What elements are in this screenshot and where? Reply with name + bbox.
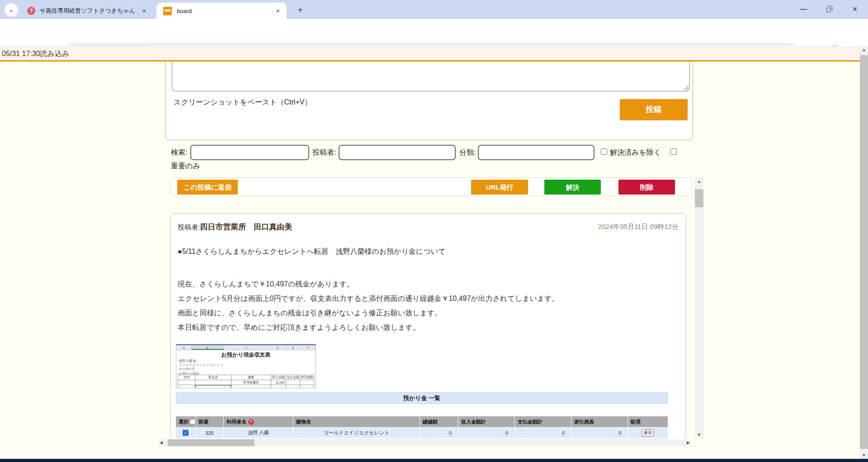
restore-button[interactable] [821, 4, 836, 15]
board-favicon-icon [163, 7, 172, 15]
search-label: 検索: [171, 148, 187, 157]
excel-column-letters: A B C D E F [176, 345, 316, 350]
list-header: 支払金額計 [515, 416, 571, 427]
close-icon[interactable]: × [274, 7, 282, 15]
excel-col: B [192, 345, 224, 350]
list-header: 利用者名 [226, 419, 246, 425]
status-band: 05/31 17:30読み込み [0, 46, 860, 60]
excel-info-line: 2024年5月 [179, 367, 195, 372]
exclude-resolved-checkbox[interactable] [601, 148, 607, 155]
excel-col: D [269, 345, 286, 350]
attachment-excel-image[interactable]: A B C D E F お預かり現金収支表 浅野八榮 様 ゴールドエイジエクセレ… [176, 344, 316, 388]
compose-panel: スクリーンショットをペースト（Ctrl+V） 投稿 [165, 62, 693, 140]
close-icon[interactable]: × [140, 7, 148, 15]
income-cell: 0 [458, 428, 515, 438]
tab-title: サ高住専用経営ソフトさつきちゃん [40, 7, 140, 15]
category-input[interactable] [478, 145, 594, 160]
post-header: 投稿者:四日市営業所 田口真由美 [178, 222, 292, 232]
new-tab-button[interactable]: + [294, 4, 307, 17]
posts-vertical-scrollbar[interactable]: ▲ ▼ [695, 177, 703, 439]
delete-button[interactable]: 削除 [618, 180, 675, 195]
list-header-row: 選択 部屋 利用者名? 建物名 繰越額 収入金額計 支払金額計 差引残高 処理 [176, 416, 668, 427]
list-title: 預かり金 一覧 [176, 392, 668, 404]
window-bottom-edge [0, 459, 868, 462]
list-header: 部屋 [196, 416, 224, 427]
poster-name: 四日市営業所 田口真由美 [200, 223, 292, 231]
browser-scroll-thumb[interactable] [860, 55, 868, 449]
search-input[interactable] [190, 145, 309, 160]
row-checkbox[interactable]: ✓ [183, 430, 189, 436]
compose-textarea[interactable] [172, 62, 690, 91]
submit-post-button[interactable]: 投稿 [620, 99, 688, 120]
tab-title: board [177, 8, 274, 14]
excel-title: お預かり現金収支表 [176, 351, 316, 359]
chevron-down-icon: ⌄ [9, 5, 14, 13]
browser-toolbar: ← → ↻ ⚠ 保護されていない通信 new.satsukichan.com:6… [0, 19, 868, 46]
url-issue-button[interactable]: URL発行 [471, 180, 528, 195]
category-label: 分類: [459, 148, 476, 157]
resolve-button[interactable]: 解決 [544, 180, 601, 195]
board-page: 05/31 17:30読み込み スクリーンショットをペースト（Ctrl+V） 投… [0, 46, 860, 459]
minimize-button[interactable]: — [796, 4, 811, 15]
excel-col: F [301, 345, 316, 350]
scroll-up-icon[interactable]: ▲ [860, 48, 868, 52]
list-gap [176, 404, 668, 416]
post-body-line: エクセレント5月分は画面上0円ですが、収支表出力すると添付画面の通り繰越金￥10… [178, 294, 559, 304]
minimize-icon: — [800, 5, 807, 13]
question-favicon-icon: ? [27, 7, 35, 15]
list-header: 選択 [179, 419, 189, 425]
attachment-list-image[interactable]: 預かり金 一覧 選択 部屋 利用者名? 建物名 繰越額 収入金額計 支払金額計 … [176, 392, 668, 440]
resident-name-link[interactable]: 浅野 八榮 [224, 428, 293, 438]
window-close-button[interactable]: × [847, 4, 863, 15]
horizontal-scroll-thumb[interactable] [168, 439, 255, 446]
building-cell: ゴールドエイジエクセレント [293, 428, 420, 438]
scroll-left-icon[interactable]: ◀ [160, 439, 163, 446]
important-only-checkbox[interactable] [670, 148, 677, 155]
show-button[interactable]: 表示 [642, 429, 654, 437]
scroll-down-icon[interactable]: ▼ [860, 453, 868, 457]
post-body-line: 画面と同様に、さくらしんまちの残金は引き継がないよう修正お願い致します。 [178, 309, 442, 318]
help-icon: ? [248, 419, 254, 425]
horizontal-scrollbar[interactable]: ◀ ▶ [159, 439, 691, 446]
carryover-cell: 0 [420, 428, 458, 438]
select-all-checkbox[interactable] [190, 419, 195, 424]
tab-search-button[interactable]: ⌄ [5, 3, 18, 17]
balance-cell: 0 [571, 428, 628, 438]
list-data-row: ✓ 325 浅野 八榮 ゴールドエイジエクセレント 0 0 0 0 表示 [176, 427, 668, 438]
payment-cell: 0 [515, 428, 571, 438]
list-header: 建物名 [293, 416, 420, 427]
excel-col: A [176, 345, 192, 350]
list-header: 差引残高 [571, 416, 628, 427]
excel-col: E [286, 345, 301, 350]
window-close-icon: × [853, 5, 858, 14]
tab-satsukichan[interactable]: ? サ高住専用経営ソフトさつきちゃん × [21, 3, 153, 19]
excel-mini-table: 日付 収支先 摘要 収入金額 支払金額 差引残高 先月繰越金 10,497 [178, 375, 314, 388]
list-header: 繰越額 [420, 416, 458, 427]
post-body-line: 現在、さくらしんまちで￥10,497の残金があります。 [178, 280, 354, 289]
excel-col: C [224, 345, 270, 350]
poster-filter-label: 投稿者: [312, 148, 336, 157]
exclude-resolved-label: 解決済みを除く [610, 148, 661, 157]
poster-input[interactable] [339, 145, 456, 160]
post-actions-bar: この投稿に返信 URL発行 解決 削除 [170, 177, 692, 196]
poster-label: 投稿者: [178, 223, 200, 231]
list-header: 収入金額計 [458, 416, 515, 427]
scroll-up-icon[interactable]: ▲ [695, 179, 703, 184]
important-only-label: 重要のみ [171, 162, 200, 171]
browser-scrollbar[interactable]: ▲ ▼ [860, 46, 868, 459]
scroll-right-icon[interactable]: ▶ [687, 439, 690, 446]
post-body-line: 本日転居ですので、早めにご対応頂きますようよろしくお願い致します。 [178, 323, 420, 333]
restore-icon [826, 8, 831, 12]
post-card: 投稿者:四日市営業所 田口真由美 2024年05月11日 09時12分 ●5/1… [170, 213, 686, 440]
room-cell: 325 [196, 428, 224, 438]
posts-scroll-thumb[interactable] [695, 189, 703, 207]
list-header: 処理 [628, 416, 668, 427]
paste-hint-label: スクリーンショットをペースト（Ctrl+V） [174, 98, 311, 107]
tab-strip: ⌄ ? サ高住専用経営ソフトさつきちゃん × board × + — × [0, 0, 868, 19]
tab-board[interactable]: board × [156, 3, 287, 19]
post-title: ●5/11さくらしんまちからエクセレントへ転居 浅野八榮様のお預かり金について [178, 247, 446, 257]
new-tab-icon: + [297, 5, 303, 15]
scroll-down-icon[interactable]: ▼ [695, 433, 703, 437]
reply-button[interactable]: この投稿に返信 [177, 180, 238, 195]
load-status-text: 05/31 17:30読み込み [2, 49, 69, 59]
